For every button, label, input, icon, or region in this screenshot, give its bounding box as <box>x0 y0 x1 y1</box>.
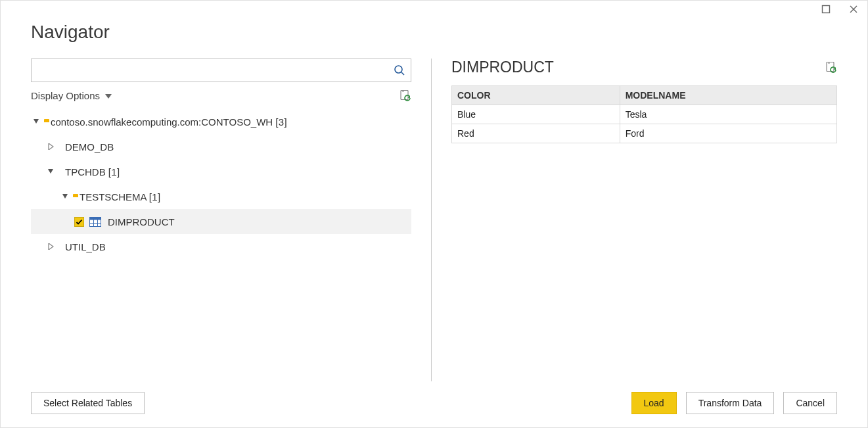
dialog-footer: Select Related Tables Load Transform Dat… <box>31 392 837 414</box>
svg-rect-13 <box>90 217 101 220</box>
navigator-dialog: Navigator Display Options <box>0 0 868 428</box>
table-cell: Tesla <box>620 105 836 124</box>
svg-line-4 <box>401 72 404 75</box>
svg-marker-8 <box>34 119 39 124</box>
tree-node-dimproduct[interactable]: DIMPRODUCT <box>31 209 411 234</box>
tree-node-tpchdb[interactable]: TPCHDB [1] <box>31 159 411 184</box>
load-button[interactable]: Load <box>631 392 677 414</box>
collapse-icon[interactable] <box>31 116 41 127</box>
tree-node-label: DEMO_DB <box>65 141 114 153</box>
window-controls <box>1 1 867 19</box>
tree-node-label: DIMPRODUCT <box>108 216 175 227</box>
preview-header: DIMPRODUCT <box>451 59 837 76</box>
refresh-preview-icon[interactable] <box>825 62 837 74</box>
expand-icon[interactable] <box>45 241 56 252</box>
table-row[interactable]: RedFord <box>452 124 837 143</box>
tree-node-label: TESTSCHEMA [1] <box>80 191 160 202</box>
page-title: Navigator <box>31 22 837 43</box>
tree-node-util-db[interactable]: UTIL_DB <box>31 234 411 259</box>
search-field[interactable] <box>31 59 411 82</box>
table-icon <box>89 217 101 227</box>
preview-table: COLORMODELNAME BlueTeslaRedFord <box>451 85 837 143</box>
display-options-row: Display Options <box>31 89 411 103</box>
svg-rect-0 <box>823 6 830 13</box>
svg-marker-5 <box>105 94 112 99</box>
checkbox-icon[interactable] <box>74 217 84 227</box>
table-row[interactable]: BlueTesla <box>452 105 837 124</box>
maximize-icon[interactable] <box>821 5 831 14</box>
tree-node-label: UTIL_DB <box>65 241 106 252</box>
footer-right: Load Transform Data Cancel <box>631 392 837 414</box>
search-input[interactable] <box>32 59 388 82</box>
tree-node-connection[interactable]: contoso.snowflakecomputing.com:CONTOSO_W… <box>31 109 411 134</box>
table-cell: Ford <box>620 124 836 143</box>
collapse-icon[interactable] <box>45 166 56 177</box>
table-cell: Blue <box>452 105 620 124</box>
tree-node-label: contoso.snowflakecomputing.com:CONTOSO_W… <box>51 116 287 128</box>
cancel-button[interactable]: Cancel <box>783 392 837 414</box>
preview-header-row: COLORMODELNAME <box>452 86 837 105</box>
navigator-tree-pane: Display Options <box>31 59 432 381</box>
svg-point-3 <box>395 66 402 73</box>
tree-node-demo-db[interactable]: DEMO_DB <box>31 134 411 159</box>
close-icon[interactable] <box>849 5 858 14</box>
tree-node-label: TPCHDB [1] <box>65 166 120 178</box>
svg-marker-11 <box>62 194 68 199</box>
refresh-tree-icon[interactable] <box>400 90 411 102</box>
select-related-tables-button[interactable]: Select Related Tables <box>31 392 145 414</box>
column-header[interactable]: COLOR <box>452 86 620 105</box>
column-header[interactable]: MODELNAME <box>620 86 836 105</box>
dialog-content: Navigator Display Options <box>1 19 867 427</box>
search-icon[interactable] <box>388 59 411 82</box>
body-row: Display Options <box>31 59 837 381</box>
collapse-icon[interactable] <box>60 191 70 202</box>
preview-pane: DIMPRODUCT COLORMODELNAME BlueTeslaRedFo… <box>432 59 837 381</box>
table-cell: Red <box>452 124 620 143</box>
expand-icon[interactable] <box>45 141 56 152</box>
svg-marker-9 <box>49 143 53 150</box>
display-options-dropdown[interactable]: Display Options <box>31 89 112 103</box>
preview-title: DIMPRODUCT <box>451 59 554 76</box>
svg-marker-10 <box>48 169 53 174</box>
tree-node-testschema[interactable]: TESTSCHEMA [1] <box>31 184 411 209</box>
transform-data-button[interactable]: Transform Data <box>686 392 775 414</box>
display-options-label: Display Options <box>31 90 100 101</box>
object-tree: contoso.snowflakecomputing.com:CONTOSO_W… <box>31 109 411 259</box>
svg-marker-17 <box>49 243 53 250</box>
